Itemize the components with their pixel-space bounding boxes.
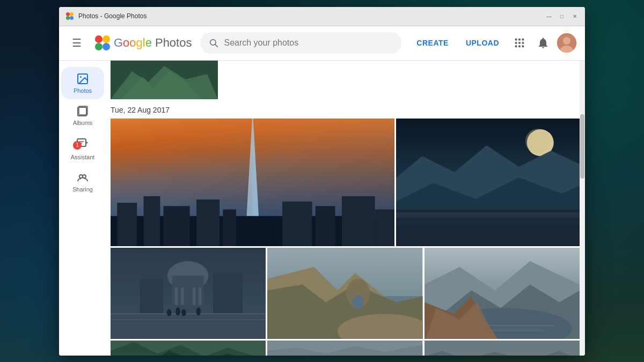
partial-top-image-content — [111, 61, 218, 99]
minimize-button[interactable]: — — [545, 12, 553, 20]
svg-point-79 — [353, 295, 364, 309]
sidebar-item-photos[interactable]: Photos — [61, 67, 104, 99]
sharing-icon — [76, 171, 89, 184]
sidebar-assistant-label: Assistant — [71, 154, 95, 160]
window-controls: — □ ✕ — [545, 12, 579, 20]
photo-rocky-partial[interactable] — [425, 341, 580, 356]
svg-rect-39 — [144, 196, 160, 246]
photo-lake-mist-partial[interactable] — [267, 341, 422, 356]
svg-point-23 — [80, 76, 82, 78]
svg-point-49 — [525, 129, 550, 153]
svg-rect-14 — [518, 42, 521, 44]
title-bar: Photos - Google Photos — □ ✕ — [59, 7, 585, 26]
svg-point-4 — [95, 35, 103, 43]
svg-rect-16 — [515, 46, 517, 48]
svg-point-70 — [181, 309, 186, 316]
apps-grid-button[interactable] — [510, 33, 529, 53]
photo-london-shard[interactable] — [111, 119, 394, 246]
svg-rect-40 — [164, 206, 190, 246]
rocky-shore-image — [425, 341, 580, 356]
browser-window: Photos - Google Photos — □ ✕ ☰ Google Ph… — [59, 7, 585, 356]
assistant-icon-wrapper: 1 — [76, 137, 89, 152]
svg-point-30 — [83, 175, 86, 178]
svg-rect-45 — [342, 196, 375, 246]
svg-rect-46 — [375, 209, 395, 246]
search-bar[interactable] — [200, 32, 401, 54]
svg-point-6 — [95, 43, 103, 50]
date-label: Tue, 22 Aug 2017 — [111, 99, 580, 119]
svg-line-9 — [215, 45, 218, 47]
avatar[interactable] — [557, 33, 576, 53]
photo-alpine-lake[interactable] — [425, 248, 580, 339]
svg-rect-60 — [181, 287, 184, 305]
svg-rect-38 — [117, 203, 137, 246]
svg-point-71 — [196, 307, 201, 315]
photo-coastal[interactable] — [267, 248, 422, 339]
photo-stpauls[interactable] — [111, 248, 266, 339]
apps-grid-icon — [514, 37, 525, 49]
photo-row-medium — [111, 248, 580, 339]
maximize-button[interactable]: □ — [558, 12, 566, 20]
svg-rect-15 — [522, 42, 524, 44]
photo-forest-partial[interactable] — [111, 341, 266, 356]
sidebar-item-albums[interactable]: Albums — [61, 99, 104, 131]
svg-point-69 — [175, 307, 180, 315]
svg-rect-54 — [396, 220, 580, 225]
favicon-icon — [65, 12, 74, 20]
logo-google-text: Google — [114, 36, 152, 50]
svg-rect-44 — [316, 206, 335, 246]
svg-rect-42 — [223, 209, 236, 246]
svg-rect-41 — [196, 200, 219, 246]
photo-row-large — [111, 119, 580, 246]
svg-point-20 — [563, 37, 570, 45]
svg-rect-62 — [199, 287, 201, 305]
svg-rect-53 — [396, 212, 580, 218]
sidebar: Photos Albums 1 — [59, 61, 106, 356]
sidebar-albums-label: Albums — [73, 120, 93, 126]
svg-rect-55 — [396, 228, 580, 232]
mountains-moon-image — [396, 119, 580, 246]
main-content[interactable]: Tue, 22 Aug 2017 — [106, 61, 580, 356]
close-button[interactable]: ✕ — [571, 12, 579, 20]
notification-button[interactable] — [533, 33, 553, 53]
sidebar-item-assistant[interactable]: 1 Assistant — [61, 131, 104, 166]
forest-partial-image — [111, 341, 266, 356]
search-input[interactable] — [224, 38, 393, 48]
svg-rect-61 — [193, 287, 195, 305]
svg-point-5 — [103, 35, 110, 43]
svg-rect-65 — [111, 314, 266, 339]
sidebar-item-sharing[interactable]: Sharing — [61, 166, 104, 198]
photo-mountains-moon[interactable] — [396, 119, 580, 246]
lake-mist-image — [267, 341, 422, 356]
coastal-image — [267, 248, 422, 339]
app-body: Photos Albums 1 — [59, 61, 585, 356]
svg-point-2 — [66, 16, 70, 20]
svg-rect-13 — [515, 42, 517, 44]
photo-row-bottom — [111, 341, 580, 356]
svg-point-3 — [70, 16, 74, 20]
london-shard-image — [111, 119, 394, 246]
hamburger-menu-button[interactable]: ☰ — [68, 32, 86, 54]
window-title: Photos - Google Photos — [78, 12, 545, 20]
partial-top-image[interactable] — [111, 61, 218, 99]
svg-rect-59 — [175, 287, 178, 305]
svg-rect-18 — [522, 46, 524, 48]
logo[interactable]: Google Photos — [94, 35, 192, 51]
assistant-badge: 1 — [73, 141, 82, 150]
albums-icon — [76, 105, 89, 117]
scrollbar-track[interactable] — [580, 61, 585, 356]
svg-rect-17 — [518, 46, 521, 48]
svg-point-1 — [70, 12, 74, 16]
scrollbar-thumb[interactable] — [580, 114, 584, 179]
svg-rect-11 — [518, 39, 521, 41]
logo-photos-text: Photos — [155, 36, 192, 50]
avatar-image — [557, 33, 576, 53]
create-button[interactable]: CREATE — [410, 34, 455, 51]
svg-rect-12 — [522, 39, 524, 41]
notification-icon — [537, 36, 550, 49]
svg-rect-10 — [515, 39, 517, 41]
svg-point-68 — [167, 309, 172, 316]
search-icon — [209, 38, 218, 48]
svg-point-0 — [66, 12, 70, 16]
upload-button[interactable]: UPLOAD — [459, 34, 506, 51]
